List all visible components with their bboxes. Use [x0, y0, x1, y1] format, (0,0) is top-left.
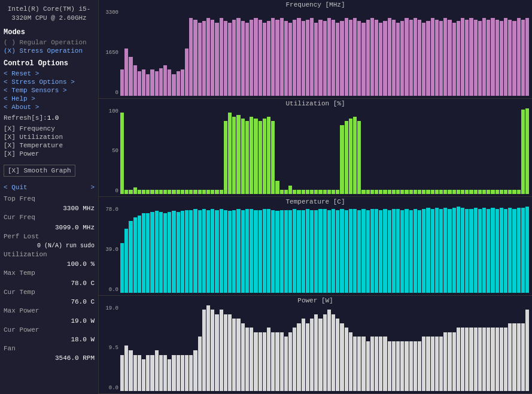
- bar: [525, 207, 529, 293]
- bar: [297, 190, 300, 194]
- bar: [129, 350, 132, 391]
- bar: [306, 20, 309, 95]
- bar: [245, 209, 249, 293]
- stats-section: Top Freq 3300 MHz Cur Freq 3099.0 MHz Pe…: [4, 195, 95, 362]
- bar: [267, 117, 270, 194]
- bar: [383, 190, 387, 194]
- bar: [336, 23, 339, 96]
- bar: [150, 190, 154, 194]
- bar: [314, 314, 318, 391]
- cb-utilization[interactable]: [X] Utilization: [4, 134, 95, 141]
- bar: [457, 207, 460, 293]
- bar: [202, 209, 206, 293]
- temp-sensors-menu-item[interactable]: < Temp Sensors >: [4, 87, 95, 94]
- bar: [159, 355, 163, 391]
- mode-stress[interactable]: (X) Stress Operation: [4, 47, 95, 54]
- bar: [392, 209, 396, 293]
- bar: [405, 190, 408, 194]
- bar: [263, 209, 266, 293]
- bar: [263, 23, 266, 96]
- bar: [345, 121, 348, 194]
- quit-button[interactable]: < Quit >: [4, 184, 95, 191]
- bar: [318, 190, 322, 194]
- bar: [172, 190, 175, 194]
- bar: [525, 310, 529, 391]
- power-y-axis: 19.0 9.5 0.0: [99, 305, 120, 392]
- bar: [275, 332, 279, 391]
- bar: [236, 115, 240, 194]
- bar: [400, 341, 404, 391]
- bar: [349, 119, 352, 194]
- bar: [461, 328, 464, 391]
- bar: [172, 211, 175, 292]
- bar: [383, 337, 387, 391]
- bar: [306, 323, 309, 391]
- bar: [508, 323, 512, 391]
- util-row: Utilization: [4, 250, 95, 259]
- bar: [414, 190, 417, 194]
- bar: [302, 319, 305, 391]
- reset-menu-item[interactable]: < Reset >: [4, 70, 95, 77]
- bar: [241, 323, 245, 391]
- frequency-chart: Frequency [MHz] 3300 1650 0: [99, 0, 532, 99]
- bar: [504, 209, 507, 293]
- bar: [254, 18, 257, 95]
- bar: [250, 117, 253, 194]
- bar: [508, 208, 512, 293]
- bar: [383, 209, 387, 293]
- bar: [418, 20, 421, 95]
- bar: [198, 23, 202, 96]
- bar: [469, 209, 473, 293]
- bar: [245, 23, 249, 96]
- bar: [504, 328, 507, 391]
- bar: [288, 332, 292, 391]
- control-options-label: Control Options: [4, 59, 95, 68]
- bar: [263, 119, 266, 194]
- cb-frequency[interactable]: [X] Frequency: [4, 125, 95, 132]
- bar: [431, 209, 434, 293]
- bar: [120, 243, 124, 293]
- bar: [336, 190, 339, 194]
- bar: [435, 337, 439, 391]
- bar: [232, 20, 236, 95]
- bar: [133, 355, 137, 391]
- cb-temperature[interactable]: [X] Temperature: [4, 142, 95, 149]
- stress-options-menu-item[interactable]: < Stress Options >: [4, 78, 95, 86]
- bar: [482, 208, 486, 293]
- bar: [293, 190, 296, 194]
- about-menu-item[interactable]: < About >: [4, 104, 95, 111]
- bar: [461, 18, 464, 95]
- bar: [206, 305, 210, 392]
- bar: [150, 69, 154, 95]
- bar: [228, 113, 232, 194]
- bar: [500, 208, 503, 293]
- help-menu-item[interactable]: < Help >: [4, 95, 95, 102]
- bar: [508, 190, 512, 194]
- bar: [327, 190, 331, 194]
- cur-temp-value: 76.0 C: [4, 298, 95, 305]
- bar: [400, 21, 404, 96]
- bar: [517, 323, 521, 391]
- util-value: 100.0 %: [4, 260, 95, 268]
- bar: [443, 332, 447, 391]
- bar: [129, 221, 132, 293]
- mode-regular[interactable]: ( ) Regular Operation: [4, 39, 95, 46]
- bar: [500, 21, 503, 96]
- bar: [452, 208, 456, 293]
- bar: [414, 209, 417, 293]
- bar: [185, 355, 189, 391]
- smooth-graph-button[interactable]: [X] Smooth Graph: [4, 165, 75, 177]
- bar: [422, 209, 425, 293]
- bar: [448, 332, 451, 391]
- bar: [172, 355, 175, 391]
- bar: [259, 332, 262, 391]
- bar: [280, 332, 284, 391]
- bar: [353, 117, 357, 194]
- bar: [177, 71, 180, 95]
- bar: [418, 190, 421, 194]
- cb-temperature-label: [X] Temperature: [4, 142, 63, 149]
- bar: [150, 355, 154, 391]
- cb-power[interactable]: [X] Power: [4, 150, 95, 157]
- bar: [353, 18, 357, 95]
- bar: [482, 190, 486, 194]
